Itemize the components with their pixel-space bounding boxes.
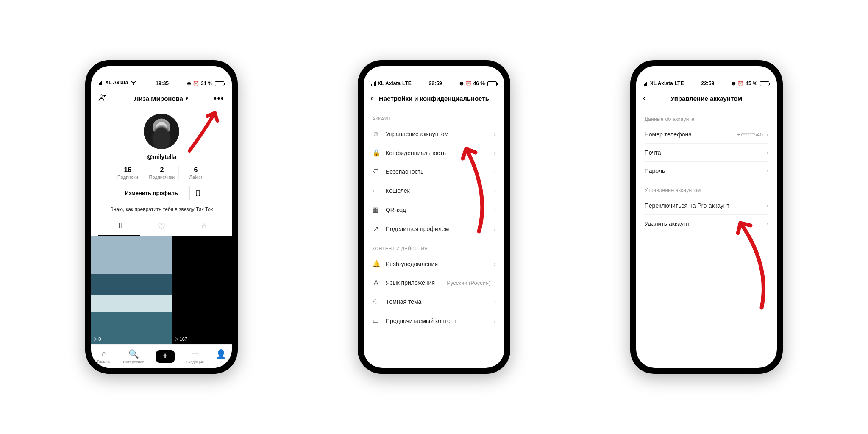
wallet-icon: ▭ [372,186,380,195]
row-share-profile[interactable]: ↗Поделиться профилем› [364,219,504,238]
profile-name[interactable]: Лиза Миронова [134,95,183,102]
svg-point-0 [133,84,134,85]
row-manage-account[interactable]: ☺Управление аккаунтом› [364,125,504,143]
more-menu-button[interactable]: ••• [214,94,224,103]
battery-pct: 46 % [473,81,485,86]
nav-create[interactable]: + [156,350,175,363]
back-button[interactable]: ‹ [643,93,646,104]
row-content-pref[interactable]: ▭Предпочитаемый контент› [364,311,504,330]
bell-icon: 🔔 [372,260,380,268]
person-icon: 👤 [216,349,226,359]
bookmarks-button[interactable] [189,186,206,200]
row-password[interactable]: Пароль› [636,162,777,180]
video-thumb[interactable]: ▷167 [172,236,232,344]
stat-following[interactable]: 16Подписки [111,166,145,180]
signal-icon [99,81,103,85]
battery-pct: 31 % [201,81,212,86]
page-title: Настройки и конфиденциальность [379,95,489,102]
carrier-label: XL Axiata [378,81,401,86]
chevron-right-icon: › [494,168,496,175]
settings-header: ‹ Настройки и конфиденциальность [364,88,504,108]
tab-private[interactable] [183,218,225,236]
row-language[interactable]: AЯзык приложенияРусский (Россия)› [364,273,504,292]
nav-me[interactable]: 👤Я [216,349,226,364]
chevron-right-icon: › [766,149,768,156]
phone-settings: XL Axiata LTE 22:59 ⊕ ⏰ 46 % ‹ Настройки… [358,60,510,374]
alarm-icon: ⊕ [732,81,736,86]
svg-rect-2 [203,225,206,228]
row-dark-theme[interactable]: ☾Тёмная тема› [364,292,504,311]
chevron-right-icon: › [494,317,496,324]
phone-manage-account: XL Axiata LTE 22:59 ⊕ ⏰ 45 % ‹ Управлени… [630,60,783,374]
person-icon: ☺ [372,130,380,138]
tab-liked[interactable] [140,218,183,236]
shield-icon: 🛡 [372,168,380,175]
bio-text: Знаю, как превратить тебя в звезду Тик Т… [110,206,213,212]
status-bar: XL Axiata LTE 22:59 ⊕ ⏰ 46 % [364,66,504,88]
row-security[interactable]: 🛡Безопасность› [364,162,504,181]
play-icon: ▷ [175,336,178,342]
chevron-right-icon: › [494,261,496,267]
back-button[interactable]: ‹ [370,93,373,104]
share-icon: ↗ [372,225,380,233]
stat-followers[interactable]: 2Подписчики [145,166,178,180]
row-phone-number[interactable]: Номер телефона+7*****540› [636,125,777,143]
row-wallet[interactable]: ▭Кошелёк› [364,181,504,200]
status-bar: XL Axiata 19:35 ⊕ ⏰ 31 % [91,66,232,88]
bottom-nav: ⌂Главная 🔍Интересное + ▭Входящие 👤Я [91,344,232,368]
edit-profile-button[interactable]: Изменить профиль [117,186,186,200]
alarm2-icon: ⏰ [193,81,199,86]
row-qr[interactable]: ▦QR-код› [364,200,504,219]
section-account-data-label: Данные об аккаунте [636,108,777,125]
section-account-label: АККАУНТ [364,108,504,125]
language-icon: A [372,279,380,287]
battery-icon [215,81,224,86]
username-handle: @milytella [147,153,176,160]
page-title: Управление аккаунтом [670,95,742,102]
chevron-right-icon: › [766,131,768,138]
nav-discover[interactable]: 🔍Интересное [123,349,144,364]
video-grid: ▷0 ▷167 [91,236,232,344]
row-delete-account[interactable]: Удалить аккаунт› [636,215,777,233]
signal-icon [371,81,376,86]
video-icon: ▭ [372,317,380,325]
row-switch-pro[interactable]: Переключиться на Pro-аккаунт› [636,197,777,214]
chevron-down-icon[interactable]: ▼ [185,96,189,101]
nav-home[interactable]: ⌂Главная [97,349,111,364]
qr-icon: ▦ [372,206,380,214]
battery-icon [760,81,769,86]
moon-icon: ☾ [372,298,380,306]
clock: 22:59 [429,81,442,86]
lock-icon: 🔒 [372,149,380,157]
chevron-right-icon: › [494,150,496,156]
carrier-label: XL Axiata [650,81,673,86]
stats-row: 16Подписки 2Подписчики 6Лайки [98,166,225,180]
phone-profile: XL Axiata 19:35 ⊕ ⏰ 31 % Лиза Миронова ▼ [85,60,238,374]
chevron-right-icon: › [494,225,496,232]
stat-likes[interactable]: 6Лайки [178,166,212,180]
manage-header: ‹ Управление аккаунтом [636,88,777,108]
tab-posts[interactable] [98,218,140,236]
row-privacy[interactable]: 🔒Конфиденциальность› [364,143,504,162]
add-user-icon[interactable] [98,93,106,103]
network-label: LTE [402,81,412,86]
play-icon: ▷ [94,336,97,342]
alarm-icon: ⊕ [187,81,191,86]
carrier-label: XL Axiata [105,80,128,86]
chevron-right-icon: › [494,279,496,286]
clock: 22:59 [701,81,715,86]
network-label: LTE [675,81,684,86]
avatar[interactable] [144,114,179,149]
chevron-right-icon: › [766,167,768,174]
nav-inbox[interactable]: ▭Входящие [186,349,204,364]
chevron-right-icon: › [494,298,496,305]
alarm2-icon: ⏰ [737,81,744,86]
clock: 19:35 [156,81,169,86]
row-email[interactable]: Почта› [636,144,777,161]
inbox-icon: ▭ [191,349,199,359]
video-thumb[interactable]: ▷0 [91,236,172,344]
search-icon: 🔍 [128,349,139,359]
chevron-right-icon: › [766,202,768,209]
row-push[interactable]: 🔔Push-уведомления› [364,254,504,273]
alarm-icon: ⊕ [459,81,464,86]
